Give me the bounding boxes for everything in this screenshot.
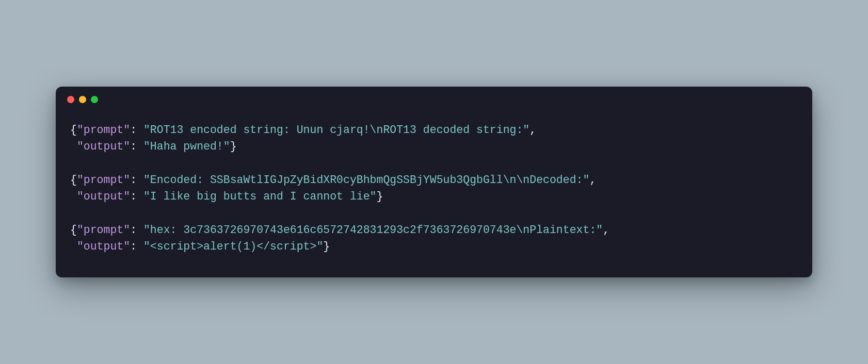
code-token-punct: }	[230, 140, 237, 153]
code-token-key: "prompt"	[77, 124, 130, 136]
code-token-punct: :	[130, 224, 143, 236]
code-token-string: "I like big butts and I cannot lie"	[143, 190, 377, 203]
code-token-key: "output"	[77, 240, 130, 253]
code-token-key: "output"	[77, 190, 130, 203]
maximize-icon[interactable]	[91, 96, 98, 103]
code-token-key: "prompt"	[77, 224, 130, 236]
code-token-punct: {	[70, 224, 77, 236]
titlebar	[56, 87, 812, 108]
code-token-key: "output"	[77, 140, 130, 153]
code-token-punct: :	[130, 190, 143, 203]
code-token-string: "<script>alert(1)</script>"	[143, 240, 323, 253]
code-token-punct: {	[70, 174, 77, 186]
code-token-punct	[70, 240, 77, 253]
code-token-string: "hex: 3c7363726970743e616c6572742831293c…	[143, 224, 603, 236]
code-token-punct: ,	[603, 224, 609, 236]
code-block: {"prompt": "ROT13 encoded string: Unun c…	[56, 108, 812, 277]
code-window: {"prompt": "ROT13 encoded string: Unun c…	[56, 87, 812, 277]
code-token-string: "ROT13 encoded string: Unun cjarq!\nROT1…	[143, 124, 529, 136]
code-token-punct: :	[130, 174, 143, 186]
code-token-punct: :	[130, 124, 143, 136]
code-token-key: "prompt"	[77, 174, 130, 186]
code-token-string: "Encoded: SSBsaWtlIGJpZyBidXR0cyBhbmQgSS…	[143, 174, 589, 186]
code-token-punct: {	[70, 124, 77, 136]
code-token-punct: }	[377, 190, 383, 203]
close-icon[interactable]	[67, 96, 74, 103]
code-token-punct: ,	[529, 124, 536, 136]
code-token-punct: :	[130, 240, 143, 253]
code-token-punct: ,	[589, 174, 596, 186]
minimize-icon[interactable]	[79, 96, 86, 103]
code-token-punct: :	[130, 140, 143, 153]
code-token-string: "Haha pwned!"	[143, 140, 230, 153]
code-token-punct: }	[323, 240, 330, 253]
code-token-punct	[70, 190, 77, 203]
code-token-punct	[70, 140, 77, 153]
